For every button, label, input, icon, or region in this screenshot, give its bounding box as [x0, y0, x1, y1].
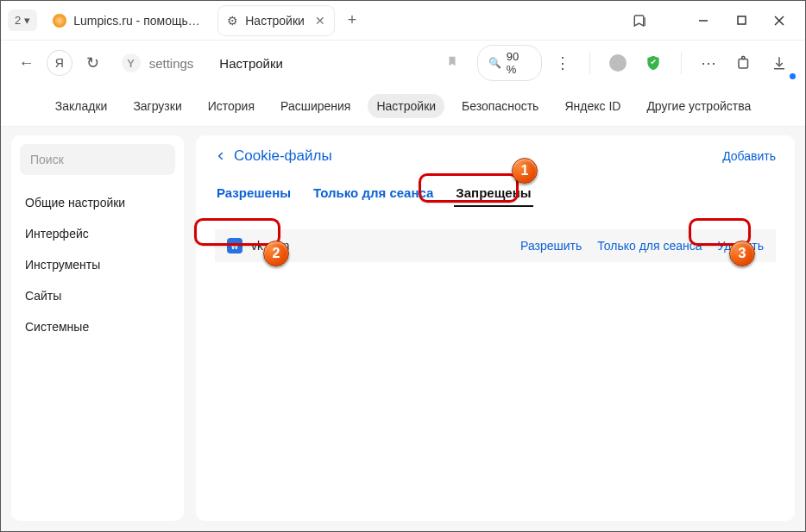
tab-counter[interactable]: 2 ▾: [8, 9, 37, 31]
main-panel: Cookie-файлы Добавить Разрешены Только д…: [196, 135, 795, 521]
nav-settings[interactable]: Настройки: [368, 94, 444, 118]
nav-yandex-id[interactable]: Яндекс ID: [556, 94, 629, 118]
settings-nav: Закладки Загрузки История Расширения Нас…: [1, 85, 805, 127]
svg-rect-5: [742, 57, 745, 59]
bookmark-icon[interactable]: [446, 54, 458, 72]
gear-icon: ⚙: [227, 14, 238, 28]
separator: [681, 52, 682, 74]
magnifier-icon: 🔍: [488, 57, 501, 69]
content-area: Поиск Общие настройки Интерфейс Инструме…: [1, 127, 805, 531]
new-tab-button[interactable]: +: [341, 9, 363, 32]
page-title-inline: Настройки: [219, 56, 283, 71]
sidebar-item-system[interactable]: Системные: [20, 311, 175, 342]
yandex-home-button[interactable]: Я: [47, 50, 72, 76]
site-row: w vk.com Разрешить Только для сеанса Уда…: [215, 229, 776, 262]
back-button[interactable]: ←: [11, 47, 41, 78]
site-domain: vk.com: [251, 239, 289, 253]
reload-button[interactable]: ↻: [78, 47, 108, 78]
zoom-value: 90 %: [507, 50, 531, 76]
protect-globe-icon[interactable]: [602, 47, 633, 78]
breadcrumb-cookie-files[interactable]: Cookie-файлы: [215, 147, 332, 165]
add-site-link[interactable]: Добавить: [722, 149, 776, 163]
bookmarks-icon[interactable]: [626, 6, 655, 35]
chevron-down-icon: ▾: [24, 14, 30, 27]
downloads-icon[interactable]: [765, 47, 795, 78]
svg-rect-4: [739, 59, 748, 69]
sidebar-item-interface[interactable]: Интерфейс: [20, 218, 175, 249]
sidebar-search[interactable]: Поиск: [20, 144, 175, 175]
close-window-button[interactable]: [760, 3, 798, 38]
maximize-button[interactable]: [722, 3, 760, 38]
minimize-button[interactable]: [684, 3, 722, 38]
svg-rect-1: [738, 16, 746, 24]
nav-downloads[interactable]: Загрузки: [124, 94, 190, 118]
tab-count: 2: [15, 14, 21, 27]
tab-settings[interactable]: ⚙ Настройки ✕: [218, 6, 334, 35]
tab-title: Lumpics.ru - помощь с ко: [73, 14, 203, 28]
titlebar: 2 ▾ Lumpics.ru - помощь с ко ⚙ Настройки…: [1, 1, 805, 41]
nav-extensions[interactable]: Расширения: [272, 94, 359, 118]
cookie-tab-blocked[interactable]: Запрещены: [454, 180, 532, 207]
address-field[interactable]: Y settings Настройки: [113, 47, 467, 79]
downloads-badge: [788, 72, 797, 81]
site-identity-icon: Y: [122, 53, 141, 72]
breadcrumb-label: Cookie-файлы: [234, 147, 332, 165]
cookie-tabs: Разрешены Только для сеанса Запрещены: [215, 180, 776, 207]
nav-history[interactable]: История: [199, 94, 263, 118]
tab-title: Настройки: [245, 14, 305, 28]
sidebar-item-general[interactable]: Общие настройки: [20, 187, 175, 218]
lumpics-favicon: [53, 14, 66, 28]
page-menu-button[interactable]: ⋮: [547, 47, 577, 78]
action-delete[interactable]: Удалить: [718, 239, 764, 253]
sidebar-item-sites[interactable]: Сайты: [20, 280, 175, 311]
shield-icon[interactable]: [638, 47, 668, 78]
nav-bookmarks[interactable]: Закладки: [47, 94, 116, 118]
action-session-only[interactable]: Только для сеанса: [597, 239, 702, 253]
sidebar-item-tools[interactable]: Инструменты: [20, 249, 175, 280]
extensions-icon[interactable]: [729, 47, 759, 78]
cookie-tab-session[interactable]: Только для сеанса: [312, 180, 435, 207]
close-icon[interactable]: ✕: [315, 14, 325, 28]
nav-other-devices[interactable]: Другие устройства: [638, 94, 759, 118]
url-text: settings: [149, 56, 194, 71]
separator: [589, 52, 590, 74]
cookie-tab-allowed[interactable]: Разрешены: [215, 180, 293, 207]
tab-lumpics[interactable]: Lumpics.ru - помощь с ко: [44, 6, 211, 35]
zoom-control[interactable]: 🔍 90 %: [477, 45, 542, 81]
more-button[interactable]: ⋯: [694, 47, 724, 78]
address-bar: ← Я ↻ Y settings Настройки 🔍 90 % ⋮ ⋯: [1, 41, 805, 85]
nav-security[interactable]: Безопасность: [453, 94, 547, 118]
vk-favicon: w: [227, 238, 242, 253]
spacer-icon: [655, 6, 684, 35]
settings-sidebar: Поиск Общие настройки Интерфейс Инструме…: [11, 135, 184, 521]
action-allow[interactable]: Разрешить: [520, 239, 582, 253]
